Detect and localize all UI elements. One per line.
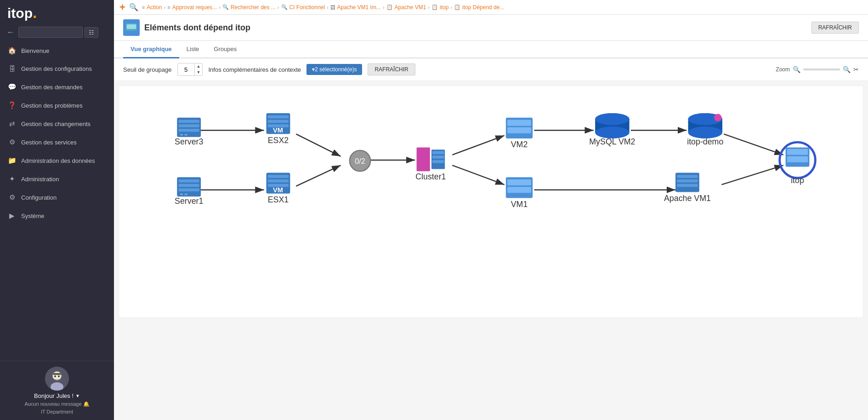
admin-donnees-icon: 📁 (7, 156, 17, 165)
nav-label-services: Gestion des services (21, 139, 77, 146)
node-itop-demo[interactable]: itop-demo (687, 113, 723, 146)
sidebar-item-bienvenue[interactable]: 🏠 Bienvenue (0, 41, 114, 60)
svg-line-13 (296, 134, 340, 156)
tab-groupes[interactable]: Groupes (206, 41, 244, 58)
svg-point-68 (595, 113, 629, 125)
node-cluster1[interactable]: Cluster1 (415, 147, 446, 181)
svg-rect-40 (180, 194, 183, 195)
nav-label-configs: Gestion des configurations (21, 65, 92, 72)
node-apache-vm1[interactable]: Apache VM1 (664, 173, 711, 203)
breadcrumb-icon-5: 📋 (386, 4, 393, 10)
node-server3[interactable]: Server3 (175, 118, 203, 146)
logo: itop. (0, 0, 114, 25)
node-vm2[interactable]: VM2 (506, 118, 533, 150)
nav-label-systeme: Système (21, 213, 45, 219)
footer-username[interactable]: Bonjour Jules ! ▼ (34, 392, 80, 399)
breadcrumb-item-0[interactable]: Action (147, 4, 162, 11)
tabs-bar: Vue graphique Liste Groupes (114, 41, 868, 58)
svg-rect-9 (126, 29, 137, 31)
svg-text:VM1: VM1 (511, 200, 528, 209)
breadcrumb-item-1[interactable]: Approval reques... (172, 4, 217, 11)
svg-rect-73 (677, 184, 698, 187)
node-itop[interactable]: itop (780, 142, 816, 185)
tab-liste[interactable]: Liste (179, 41, 206, 58)
breadcrumb-item-7[interactable]: itop Dépend de... (462, 4, 504, 11)
breadcrumb-item-4[interactable]: Apache VM1 Im... (337, 4, 381, 11)
node-group-0-2[interactable]: 0/2 (350, 150, 370, 171)
svg-point-5 (54, 375, 56, 377)
topbar: + 🔍 ≡ Action › ≡ Approval reques... › 🔍 … (114, 0, 868, 15)
graph-area: Server3 VM ESX2 (119, 86, 863, 318)
sidebar-item-gestion-services[interactable]: ⚙ Gestion des services (0, 133, 114, 151)
org-selector[interactable]: ☷ (85, 27, 98, 38)
node-server1[interactable]: Server1 (175, 177, 203, 206)
context-selector-button[interactable]: ▾2 sélectionné(e)s (306, 64, 362, 75)
nav-label-administration: Administration (21, 176, 59, 183)
svg-rect-26 (179, 129, 199, 132)
svg-rect-58 (507, 120, 531, 126)
node-vm1[interactable]: VM1 (506, 177, 533, 209)
svg-rect-39 (179, 188, 199, 191)
svg-text:ESX1: ESX1 (268, 195, 289, 204)
sidebar-item-gestion-changements[interactable]: ⇄ Gestion des changements (0, 115, 114, 133)
svg-rect-45 (268, 179, 289, 182)
breadcrumb-icon-1: ≡ (167, 5, 170, 10)
svg-rect-84 (787, 156, 808, 162)
administration-icon: ✦ (7, 175, 17, 183)
zoom-tools-icon[interactable]: ✂ (853, 66, 859, 73)
sidebar-footer: Bonjour Jules ! ▼ Aucun nouveau message … (0, 361, 114, 420)
node-mysql-vm2[interactable]: MySQL VM2 (589, 113, 635, 146)
sidebar-nav: 🏠 Bienvenue 🗄 Gestion des configurations… (0, 41, 114, 361)
svg-text:Server3: Server3 (175, 137, 203, 146)
sidebar-item-gestion-configs[interactable]: 🗄 Gestion des configurations (0, 60, 114, 78)
svg-rect-59 (507, 127, 531, 133)
toolbar-refresh-button[interactable]: RAFRAÎCHIR (368, 63, 415, 75)
svg-rect-31 (268, 115, 289, 118)
breadcrumb-item-2[interactable]: Rechercher des ... (231, 4, 276, 11)
breadcrumb: ≡ Action › ≡ Approval reques... › 🔍 Rech… (142, 4, 505, 11)
dependency-graph: Server3 VM ESX2 (119, 86, 863, 316)
sidebar-item-administration[interactable]: ✦ Administration (0, 170, 114, 188)
svg-rect-54 (432, 155, 444, 158)
add-button[interactable]: + (119, 2, 125, 12)
sidebar-back-arrow[interactable]: ← (5, 28, 17, 37)
svg-rect-27 (180, 134, 183, 135)
sidebar-item-admin-donnees[interactable]: 📁 Administration des données (0, 151, 114, 170)
zoom-in-icon[interactable]: 🔍 (843, 66, 851, 73)
seuil-value-input[interactable] (178, 65, 194, 75)
breadcrumb-icon-6: 📋 (431, 4, 438, 10)
breadcrumb-item-3[interactable]: CI Fonctionnel (289, 4, 325, 11)
search-input[interactable] (18, 27, 83, 38)
svg-rect-53 (432, 151, 444, 154)
sidebar-item-gestion-problemes[interactable]: ❓ Gestion des problèmes (0, 96, 114, 115)
page-header: Eléments dont dépend itop RAFRAÎCHIR (114, 15, 868, 41)
svg-rect-37 (179, 179, 199, 182)
svg-rect-62 (507, 179, 531, 185)
svg-text:0/2: 0/2 (355, 157, 365, 165)
node-esx2[interactable]: VM ESX2 (267, 113, 290, 145)
seuil-spin-down[interactable]: ▼ (195, 69, 203, 75)
breadcrumb-item-5[interactable]: Apache VM1 (395, 4, 426, 11)
zoom-slider[interactable] (803, 69, 840, 70)
svg-rect-38 (179, 184, 199, 187)
seuil-spin-up[interactable]: ▲ (195, 63, 203, 69)
svg-rect-63 (507, 187, 531, 193)
footer-department: IT Department (41, 409, 73, 414)
svg-rect-55 (432, 160, 444, 163)
global-search-button[interactable]: 🔍 (129, 3, 138, 12)
tab-vue-graphique[interactable]: Vue graphique (123, 41, 179, 58)
sidebar-item-gestion-demandes[interactable]: 💬 Gestion des demandes (0, 78, 114, 96)
breadcrumb-item-6[interactable]: itop (440, 4, 448, 11)
sidebar-item-configuration[interactable]: ⚙ Configuration (0, 188, 114, 207)
problemes-icon: ❓ (7, 101, 17, 109)
svg-line-21 (724, 134, 783, 155)
svg-rect-72 (677, 179, 698, 182)
svg-rect-24 (179, 120, 199, 123)
svg-text:itop-demo: itop-demo (687, 137, 723, 146)
node-esx1[interactable]: VM ESX1 (267, 173, 290, 204)
main-content: + 🔍 ≡ Action › ≡ Approval reques... › 🔍 … (114, 0, 868, 420)
zoom-label: Zoom (776, 66, 790, 73)
sidebar-item-systeme[interactable]: ▶ Système (0, 207, 114, 225)
rafraichir-button[interactable]: RAFRAÎCHIR (811, 22, 859, 34)
zoom-out-icon[interactable]: 🔍 (793, 66, 800, 73)
